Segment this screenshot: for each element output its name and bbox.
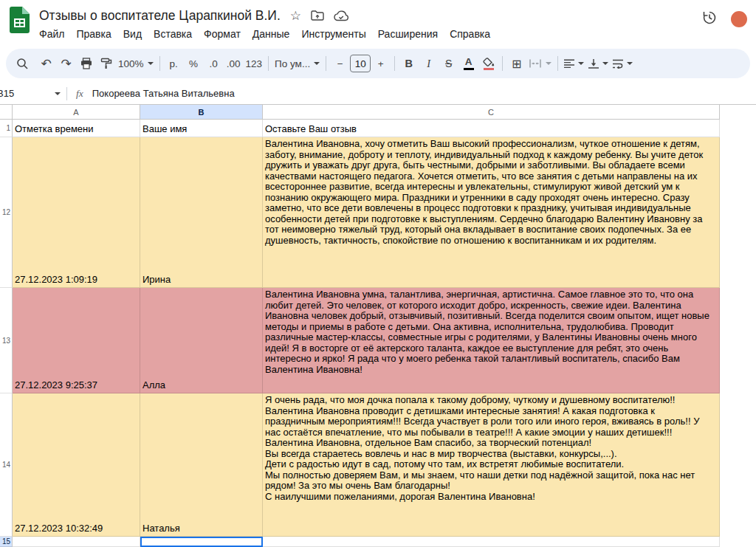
- menu-insert[interactable]: Вставка: [148, 27, 198, 41]
- empty-area[interactable]: [720, 120, 756, 137]
- cell-c13[interactable]: Валентина Ивановна умна, талантлива, эне…: [263, 288, 720, 393]
- row-header-13[interactable]: 13: [0, 288, 13, 393]
- menu-file[interactable]: Файл: [33, 27, 70, 41]
- cell-b15-selected[interactable]: [140, 537, 263, 547]
- italic-button[interactable]: I: [419, 53, 439, 74]
- cell-b13[interactable]: Алла: [140, 288, 263, 393]
- cell-c1[interactable]: Оставьте Ваш отзыв: [263, 120, 720, 137]
- chevron-down-icon: [602, 62, 608, 65]
- cell-a1[interactable]: Отметка времени: [13, 120, 140, 137]
- percent-format-button[interactable]: %: [184, 53, 204, 74]
- cell-a13[interactable]: 27.12.2023 9:25:37: [13, 288, 140, 393]
- menu-format[interactable]: Формат: [198, 27, 247, 41]
- google-sheets-app: Отзывы о воспитателе Царапкиной В.И. ☆ Ф…: [0, 0, 756, 547]
- table-row: 1 Отметка времени Ваше имя Оставьте Ваш …: [0, 120, 756, 137]
- chevron-down-icon: [314, 62, 320, 65]
- row-header-12[interactable]: 12: [0, 137, 13, 288]
- top-bar: Отзывы о воспитателе Царапкиной В.И. ☆ Ф…: [0, 0, 756, 46]
- zoom-select[interactable]: 100%: [116, 53, 156, 74]
- menu-data[interactable]: Данные: [247, 27, 296, 41]
- redo-button[interactable]: ↷: [56, 53, 76, 74]
- text-color-button[interactable]: A: [458, 53, 478, 74]
- document-title[interactable]: Отзывы о воспитателе Царапкиной В.И.: [39, 8, 281, 24]
- menu-bar: Файл Правка Вид Вставка Формат Данные Ин…: [33, 27, 701, 41]
- decrease-decimal-button[interactable]: .0: [204, 53, 224, 74]
- empty-area[interactable]: [720, 537, 756, 547]
- increase-decimal-button[interactable]: .00: [224, 53, 244, 74]
- table-row: 13 27.12.2023 9:25:37 Алла Валентина Ива…: [0, 288, 756, 393]
- currency-format-button[interactable]: р.: [164, 53, 184, 74]
- cell-reference: B15: [1, 88, 14, 99]
- column-header-b[interactable]: B: [140, 105, 263, 120]
- avatar[interactable]: [729, 10, 749, 29]
- decrease-font-size-button[interactable]: −: [330, 53, 350, 74]
- increase-font-size-button[interactable]: +: [371, 53, 391, 74]
- fill-color-button[interactable]: [478, 53, 498, 74]
- star-icon[interactable]: ☆: [290, 10, 301, 22]
- search-icon[interactable]: [12, 53, 32, 74]
- toolbar: ↶ ↷ 100% р. % .0 .00 123 По ум... − 10 +…: [6, 49, 750, 78]
- row-header-14[interactable]: 14: [0, 393, 13, 537]
- chevron-down-icon: [55, 92, 61, 95]
- formula-bar: B15 fx Покореева Татьяна Витальевна: [0, 83, 756, 105]
- select-all-corner[interactable]: [0, 105, 13, 120]
- empty-area[interactable]: [720, 288, 756, 393]
- table-row: 15: [0, 537, 756, 547]
- print-button[interactable]: [76, 53, 96, 74]
- name-box[interactable]: B15: [0, 88, 66, 99]
- cell-a15[interactable]: [13, 537, 140, 547]
- column-header-c[interactable]: C: [263, 105, 720, 120]
- cell-a14[interactable]: 27.12.2023 10:32:49: [13, 393, 140, 537]
- version-history-icon[interactable]: [701, 10, 718, 29]
- sheets-logo-icon[interactable]: [10, 7, 30, 36]
- borders-button[interactable]: ⊞: [506, 53, 526, 74]
- font-family-select[interactable]: По ум...: [272, 53, 322, 74]
- menu-view[interactable]: Вид: [117, 27, 148, 41]
- move-to-folder-icon[interactable]: [311, 10, 324, 21]
- document-status-cloud-icon[interactable]: [334, 10, 348, 21]
- table-row: 14 27.12.2023 10:32:49 Наталья Я очень р…: [0, 393, 756, 537]
- chevron-down-icon: [627, 62, 633, 65]
- font-size-input[interactable]: 10: [350, 55, 371, 72]
- chevron-down-icon: [578, 62, 584, 65]
- row-header-1[interactable]: 1: [0, 120, 13, 137]
- empty-area[interactable]: [720, 393, 756, 537]
- cell-b12[interactable]: Ирина: [140, 137, 263, 288]
- strikethrough-button[interactable]: S: [439, 53, 458, 74]
- merge-cells-button[interactable]: [526, 53, 554, 74]
- menu-tools[interactable]: Инструменты: [295, 27, 371, 41]
- menu-help[interactable]: Справка: [444, 27, 496, 41]
- chevron-down-icon: [546, 62, 551, 65]
- cell-a12[interactable]: 27.12.2023 1:09:19: [13, 137, 140, 288]
- cell-b1[interactable]: Ваше имя: [140, 120, 263, 137]
- paint-format-button[interactable]: [96, 53, 116, 74]
- chevron-down-icon: [148, 62, 154, 65]
- row-header-15[interactable]: 15: [0, 537, 13, 547]
- column-headers: A B C: [0, 105, 756, 120]
- vertical-align-button[interactable]: [586, 53, 611, 74]
- column-header-a[interactable]: A: [13, 105, 140, 120]
- number-format-button[interactable]: 123: [244, 53, 265, 74]
- horizontal-align-button[interactable]: [562, 53, 586, 74]
- undo-button[interactable]: ↶: [36, 53, 56, 74]
- table-row: 12 27.12.2023 1:09:19 Ирина Валентина Ив…: [0, 137, 756, 288]
- cell-c15[interactable]: [263, 537, 720, 547]
- empty-area[interactable]: [720, 137, 756, 288]
- bold-button[interactable]: B: [399, 53, 419, 74]
- cell-c12[interactable]: Валентина Ивановна, хочу отметить Ваш вы…: [263, 137, 720, 288]
- formula-input[interactable]: Покореева Татьяна Витальевна: [92, 88, 235, 99]
- fx-icon: fx: [76, 88, 83, 100]
- cell-b14[interactable]: Наталья: [140, 393, 263, 537]
- text-wrap-button[interactable]: [611, 53, 635, 74]
- menu-extensions[interactable]: Расширения: [372, 27, 444, 41]
- cell-c14[interactable]: Я очень рада, что моя дочка попала к так…: [263, 393, 720, 537]
- spreadsheet-grid: A B C 1 Отметка времени Ваше имя Оставьт…: [0, 105, 756, 547]
- menu-edit[interactable]: Правка: [70, 27, 117, 41]
